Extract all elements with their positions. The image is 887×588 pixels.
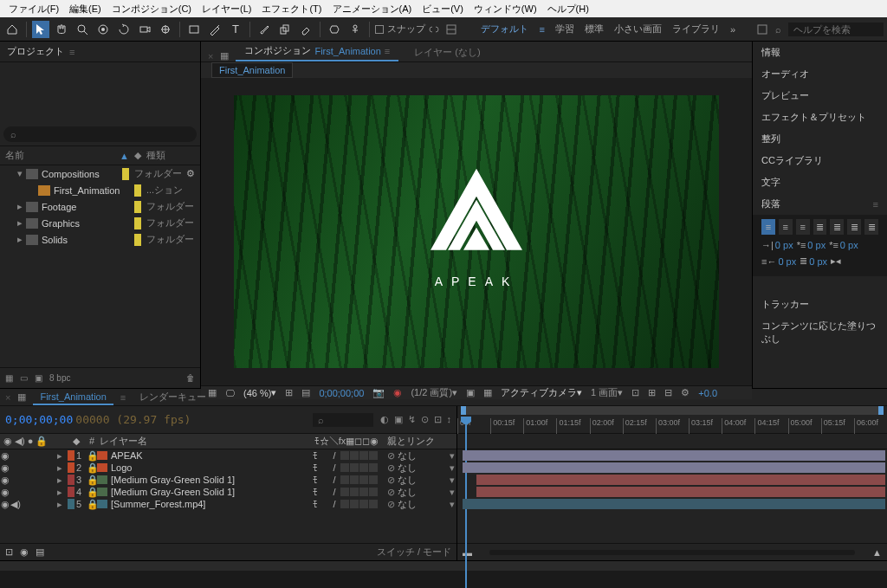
rotate-tool-icon[interactable] [115,21,133,38]
tl-toggle-3[interactable]: ▤ [36,546,44,558]
orbit-tool-icon[interactable] [94,21,112,38]
align-left-icon[interactable]: ≡ [761,219,775,235]
playhead[interactable] [461,417,471,434]
panel-cclib[interactable]: CCライブラリ [753,150,887,171]
project-item[interactable]: ▸Footageフォルダー [0,198,200,215]
tl-icon-5[interactable]: ⊡ [434,414,442,425]
indent-right[interactable]: ≡← 0 px [761,255,796,267]
menu-file[interactable]: ファイル(F) [3,3,64,16]
selection-tool-icon[interactable] [32,21,49,38]
space-after[interactable]: ≣ 0 px [800,255,827,267]
panel-character[interactable]: 文字 [753,171,887,193]
hand-tool-icon[interactable] [53,21,70,38]
eraser-tool-icon[interactable] [297,21,314,38]
tl-icon-2[interactable]: ▣ [394,414,403,425]
trash-icon[interactable]: 🗑 [186,373,195,383]
align-center-icon[interactable]: ≡ [779,219,793,235]
tl-icon-6[interactable]: ↕ [447,414,452,425]
workspace-default[interactable]: デフォルト [481,23,528,36]
timeline-track[interactable] [457,486,887,498]
layer-row[interactable]: ◉▸2🔒Logoﾓ/⊘なし▾ [0,462,456,474]
timeline-track[interactable] [457,498,887,510]
zoom-in-icon[interactable]: ▲ [872,547,882,558]
workspace-library[interactable]: ライブラリ [672,23,720,36]
layer-row[interactable]: ◉▸3🔒[Medium Gray-Green Solid 1]ﾓ/⊘なし▾ [0,474,456,486]
timeline-track[interactable] [457,474,887,486]
clone-tool-icon[interactable] [276,21,294,38]
workspace-small[interactable]: 小さい画面 [614,23,662,36]
panel-content-aware[interactable]: コンテンツに応じた塗りつぶし [753,315,887,350]
menu-animation[interactable]: アニメーション(A) [327,3,418,16]
panel-preview[interactable]: プレビュー [753,85,887,107]
rectangle-tool-icon[interactable] [185,21,203,38]
indent-left[interactable]: →| 0 px [761,240,793,250]
tl-icon-4[interactable]: ⊙ [421,414,429,425]
workspace-learn[interactable]: 学習 [555,23,574,36]
menu-view[interactable]: ビュー(V) [417,3,469,16]
menu-effect[interactable]: エフェクト(T) [256,3,327,16]
menu-window[interactable]: ウィンドウ(W) [469,3,542,16]
zoom-tool-icon[interactable] [74,21,91,38]
layer-tab[interactable]: レイヤー (なし) [405,43,489,61]
project-item[interactable]: First_Animation...ション [0,182,200,198]
tl-toggle-1[interactable]: ⊡ [5,546,13,558]
justify-right-icon[interactable]: ≣ [847,219,861,235]
time-ruler[interactable]: 00f00:15f01:00f01:15f02:00f02:15f03:00f0… [457,406,887,434]
comp-subtab[interactable]: First_Animation [211,62,293,78]
current-time-display[interactable]: 0;00;00;00 00000 (29.97 fps) [5,413,191,426]
workspace-more-icon[interactable]: » [730,24,735,35]
timeline-search-input[interactable] [313,413,373,427]
timeline-panel-icon[interactable]: ▦ [17,391,26,403]
composition-tab[interactable]: コンポジションFirst_Animation≡ [236,42,398,61]
panel-paragraph[interactable]: 段落≡ [753,193,887,215]
timeline-track[interactable] [457,462,887,474]
project-item[interactable]: ▸Solidsフォルダー [0,231,200,248]
panel-info[interactable]: 情報 [753,42,887,63]
workspace-standard[interactable]: 標準 [585,23,604,36]
direction-icon[interactable]: ▸◂ [831,255,841,267]
project-item[interactable]: ▸Graphicsフォルダー [0,215,200,231]
timeline-tab-comp[interactable]: First_Animation [33,390,113,405]
camera-tool-icon[interactable] [136,21,153,38]
panel-effects[interactable]: エフェクト＆プリセット [753,107,887,128]
layer-row[interactable]: ◉◀)▸5🔒[Summer_Forest.mp4]ﾓ/⊘なし▾ [0,498,456,510]
justify-left-icon[interactable]: ≣ [813,219,827,235]
menu-help[interactable]: ヘルプ(H) [542,3,594,16]
layer-row[interactable]: ◉▸1🔒APEAKﾓ/⊘なし▾ [0,449,456,462]
menu-edit[interactable]: 編集(E) [64,3,107,16]
menu-composition[interactable]: コンポジション(C) [107,3,197,16]
pen-tool-icon[interactable] [206,21,223,38]
timeline-tab-render[interactable]: レンダーキュー [133,389,213,405]
menu-layer[interactable]: レイヤー(L) [197,3,256,16]
comp-dropdown-icon[interactable]: ▦ [220,50,229,61]
text-tool-icon[interactable]: T [227,21,244,38]
home-icon[interactable] [3,21,21,38]
panel-align[interactable]: 整列 [753,128,887,150]
switch-mode-toggle[interactable]: スイッチ / モード [377,546,451,559]
panel-menu-icon[interactable] [756,23,768,36]
bpc-toggle[interactable]: 8 bpc [49,373,70,383]
tl-icon-1[interactable]: ◐ [380,414,389,425]
timeline-track[interactable] [457,449,887,462]
layer-row[interactable]: ◉▸4🔒[Medium Gray-Green Solid 1]ﾓ/⊘なし▾ [0,486,456,498]
puppet-tool-icon[interactable] [346,21,364,38]
snap-options-icon[interactable] [443,21,460,38]
pan-behind-tool-icon[interactable] [157,21,174,38]
tl-icon-3[interactable]: ↯ [408,414,416,425]
zoom-out-icon[interactable]: ▬ [463,547,472,558]
justify-center-icon[interactable]: ≣ [830,219,844,235]
composition-viewer[interactable]: APEAK [201,78,752,385]
align-right-icon[interactable]: ≡ [796,219,810,235]
bin-icon[interactable]: ▦ [5,373,13,383]
folder-icon[interactable]: ▭ [20,373,28,383]
space-before[interactable]: *≡ 0 px [829,240,858,250]
timeline-zoom-slider[interactable] [489,550,855,555]
panel-tracker[interactable]: トラッカー [753,294,887,315]
panel-audio[interactable]: オーディオ [753,63,887,85]
project-item[interactable]: ▾Compositionsフォルダー⚙ [0,165,200,182]
project-search-input[interactable] [3,126,197,142]
roto-tool-icon[interactable] [326,21,343,38]
tl-toggle-2[interactable]: ◉ [20,546,29,558]
brush-tool-icon[interactable] [256,21,273,38]
help-search-input[interactable] [788,23,884,36]
